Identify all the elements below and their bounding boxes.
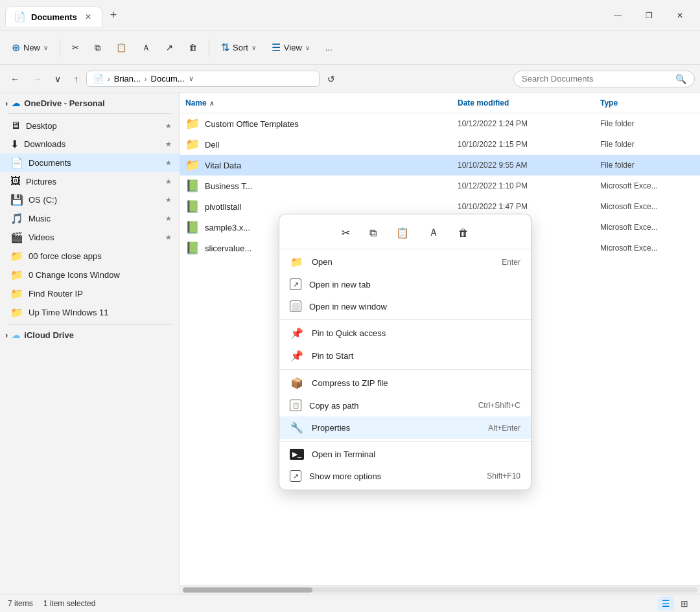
ctx-copypath-shortcut: Ctrl+Shift+C [478, 401, 520, 410]
ctx-delete-button[interactable]: 🗑 [450, 223, 476, 243]
ctx-open-icon: 📁 [290, 256, 304, 268]
ctx-toolbar: ✂ ⧉ 📋 Ａ 🗑 [279, 217, 531, 249]
ctx-open-new-tab[interactable]: ↗ Open in new tab [279, 273, 531, 295]
ctx-compress-label: Compress to ZIP file [312, 378, 520, 388]
ctx-moreopts-icon: ↗ [290, 470, 301, 482]
ctx-open[interactable]: 📁 Open Enter [279, 251, 531, 273]
ctx-paste-icon: 📋 [396, 227, 409, 238]
ctx-moreopts-label: Show more options [309, 471, 479, 481]
ctx-newwindow-icon: ⬜ [290, 300, 301, 312]
ctx-pinquick-icon: 📌 [290, 327, 304, 339]
ctx-divider-3 [279, 441, 531, 442]
ctx-terminal-icon: ▶_ [290, 449, 304, 460]
ctx-open-label: Open [312, 257, 494, 267]
ctx-copy-path[interactable]: 📋 Copy as path Ctrl+Shift+C [279, 394, 531, 416]
context-menu-overlay[interactable]: ✂ ⧉ 📋 Ａ 🗑 📁 Open Enter ↗ Open in new tab [0, 0, 700, 612]
ctx-properties-icon: 🔧 [290, 422, 304, 434]
ctx-pinquick-label: Pin to Quick access [312, 328, 520, 338]
ctx-divider-1 [279, 319, 531, 320]
ctx-more-options[interactable]: ↗ Show more options Shift+F10 [279, 465, 531, 487]
ctx-newtab-label: Open in new tab [309, 280, 520, 289]
ctx-copypath-label: Copy as path [309, 401, 471, 411]
ctx-rename-icon: Ａ [428, 227, 439, 238]
ctx-terminal[interactable]: ▶_ Open in Terminal [279, 444, 531, 465]
ctx-pin-quick[interactable]: 📌 Pin to Quick access [279, 322, 531, 345]
ctx-rename-button[interactable]: Ａ [421, 222, 447, 244]
ctx-delete-icon: 🗑 [458, 227, 469, 238]
ctx-compress[interactable]: 📦 Compress to ZIP file [279, 372, 531, 394]
context-menu: ✂ ⧉ 📋 Ａ 🗑 📁 Open Enter ↗ Open in new tab [279, 214, 531, 490]
ctx-cut-icon: ✂ [342, 227, 350, 238]
ctx-newwindow-label: Open in new window [309, 302, 520, 312]
ctx-compress-icon: 📦 [290, 377, 304, 389]
ctx-open-new-window[interactable]: ⬜ Open in new window [279, 295, 531, 317]
ctx-pin-start[interactable]: 📌 Pin to Start [279, 345, 531, 367]
ctx-pinstart-label: Pin to Start [312, 351, 520, 361]
ctx-moreopts-shortcut: Shift+F10 [487, 471, 520, 481]
ctx-pinstart-icon: 📌 [290, 350, 304, 362]
ctx-copy-button[interactable]: ⧉ [362, 223, 384, 243]
ctx-cut-button[interactable]: ✂ [334, 223, 358, 243]
ctx-open-shortcut: Enter [502, 258, 520, 267]
ctx-properties-shortcut: Alt+Enter [488, 424, 520, 433]
ctx-paste-button[interactable]: 📋 [388, 223, 417, 243]
ctx-terminal-label: Open in Terminal [312, 449, 520, 459]
ctx-properties[interactable]: 🔧 Properties Alt+Enter [279, 416, 531, 439]
ctx-properties-label: Properties [312, 423, 480, 433]
ctx-divider-2 [279, 369, 531, 370]
ctx-copypath-icon: 📋 [290, 400, 301, 411]
ctx-newtab-icon: ↗ [290, 278, 301, 290]
ctx-copy-icon: ⧉ [369, 227, 377, 238]
